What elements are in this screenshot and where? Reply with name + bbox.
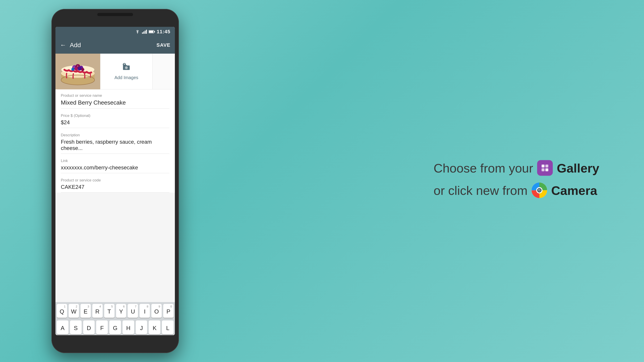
- link-label: Link: [61, 159, 170, 163]
- status-bar: 11:45: [56, 27, 175, 37]
- phone-speaker: [97, 13, 133, 16]
- promo-line-2: or click new from Camera: [434, 183, 599, 198]
- key-t[interactable]: 5T: [104, 304, 114, 318]
- svg-rect-2: [145, 31, 146, 34]
- status-icons: 11:45: [135, 29, 170, 35]
- promo-content: Choose from your Gallery or click new fr…: [434, 160, 599, 198]
- battery-icon: [149, 30, 155, 33]
- phone-shell: 11:45 ← Add SAVE: [52, 9, 179, 353]
- svg-point-35: [538, 189, 541, 192]
- svg-rect-28: [542, 165, 544, 168]
- svg-rect-27: [540, 163, 550, 173]
- image-section: Add Images: [56, 54, 175, 89]
- svg-rect-31: [546, 168, 548, 171]
- code-field[interactable]: Product or service code CAKE247: [61, 174, 170, 193]
- description-label: Description: [61, 133, 170, 137]
- keyboard-row-1: 1Q2W3E4R5T6Y7U8I9O0P: [56, 302, 175, 319]
- status-time: 11:45: [157, 29, 170, 35]
- svg-rect-0: [142, 32, 143, 34]
- key-u[interactable]: 7U: [128, 304, 138, 318]
- app-bar: ← Add SAVE: [56, 37, 175, 54]
- product-image: [56, 54, 100, 89]
- app-bar-left: ← Add: [60, 41, 81, 49]
- add-images-button[interactable]: Add Images: [100, 54, 152, 89]
- svg-rect-5: [149, 31, 153, 33]
- link-field[interactable]: Link xxxxxxxx.com/berry-cheesecake: [61, 155, 170, 173]
- key-e[interactable]: 3E: [80, 304, 91, 318]
- save-button[interactable]: SAVE: [156, 42, 170, 48]
- product-name-value: Mixed Berry Cheesecake: [61, 99, 170, 106]
- page-title: Add: [70, 41, 81, 49]
- svg-rect-1: [143, 31, 144, 34]
- key-p[interactable]: 0P: [163, 304, 174, 318]
- description-field[interactable]: Description Fresh berries, raspberry sau…: [61, 129, 170, 154]
- phone-wrapper: 11:45 ← Add SAVE: [52, 9, 179, 353]
- svg-point-18: [81, 68, 84, 71]
- description-value: Fresh berries, raspberry sauce, cream ch…: [61, 139, 170, 151]
- key-k[interactable]: K: [149, 321, 160, 334]
- camera-icon: [532, 183, 547, 198]
- svg-rect-3: [146, 30, 147, 34]
- promo-text-2a: or click new from: [434, 183, 528, 198]
- link-value: xxxxxxxx.com/berry-cheesecake: [61, 164, 170, 171]
- back-button[interactable]: ←: [60, 41, 66, 49]
- svg-point-16: [74, 67, 78, 71]
- svg-rect-24: [124, 63, 124, 65]
- product-name-field[interactable]: Product or service name Mixed Berry Chee…: [61, 89, 170, 109]
- empty-image-slot: [152, 54, 175, 89]
- key-a[interactable]: A: [57, 321, 68, 334]
- form-area: Product or service name Mixed Berry Chee…: [56, 89, 175, 193]
- promo-gallery-label: Gallery: [557, 161, 599, 175]
- price-label: Price $ (Optional): [61, 113, 170, 118]
- code-value: CAKE247: [61, 184, 170, 190]
- key-d[interactable]: D: [83, 321, 95, 334]
- key-h[interactable]: H: [122, 321, 134, 334]
- svg-point-36: [538, 189, 540, 190]
- key-q[interactable]: 1Q: [57, 304, 67, 318]
- key-y[interactable]: 6Y: [116, 304, 126, 318]
- svg-rect-30: [542, 168, 544, 171]
- phone-screen: 11:45 ← Add SAVE: [56, 27, 175, 335]
- svg-point-26: [125, 67, 128, 69]
- svg-point-15: [71, 68, 74, 71]
- product-name-label: Product or service name: [61, 93, 170, 98]
- add-images-label: Add Images: [114, 75, 138, 80]
- key-r[interactable]: 4R: [92, 304, 103, 318]
- wifi-icon: [135, 30, 140, 34]
- key-l[interactable]: L: [162, 321, 174, 334]
- price-field[interactable]: Price $ (Optional) $24: [61, 109, 170, 128]
- code-label: Product or service code: [61, 178, 170, 183]
- promo-camera-label: Camera: [551, 183, 597, 198]
- promo-text-1a: Choose from your: [434, 161, 533, 175]
- key-i[interactable]: 8I: [140, 304, 150, 318]
- price-value: $24: [61, 119, 170, 126]
- key-f[interactable]: F: [96, 321, 108, 334]
- key-j[interactable]: J: [136, 321, 147, 334]
- gallery-icon: [537, 160, 553, 176]
- svg-point-20: [77, 65, 78, 67]
- camera-add-icon: [122, 63, 131, 73]
- key-s[interactable]: S: [70, 321, 82, 334]
- svg-point-19: [73, 66, 75, 68]
- key-w[interactable]: 2W: [69, 304, 79, 318]
- key-g[interactable]: G: [109, 321, 121, 334]
- promo-line-1: Choose from your Gallery: [434, 160, 599, 176]
- signal-icon: [142, 30, 147, 34]
- svg-rect-29: [546, 165, 548, 168]
- svg-rect-6: [154, 31, 155, 32]
- svg-point-17: [78, 67, 82, 71]
- keyboard: 1Q2W3E4R5T6Y7U8I9O0P ASDFGHJKL: [56, 302, 175, 335]
- key-o[interactable]: 9O: [152, 304, 162, 318]
- keyboard-row-2: ASDFGHJKL: [56, 319, 175, 335]
